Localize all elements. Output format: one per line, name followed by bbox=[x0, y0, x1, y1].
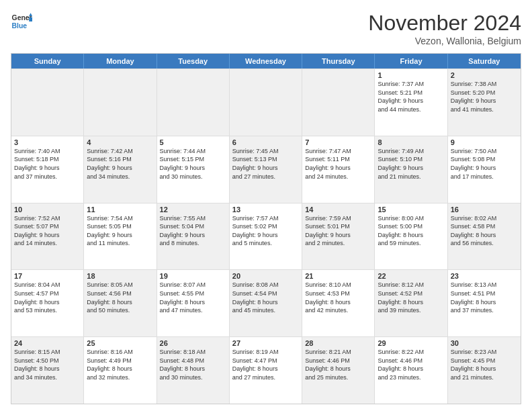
day-number: 18 bbox=[87, 272, 153, 280]
calendar-cell: 11Sunrise: 7:54 AM Sunset: 5:05 PM Dayli… bbox=[84, 203, 157, 270]
day-info: Sunrise: 8:21 AM Sunset: 4:46 PM Dayligh… bbox=[305, 348, 371, 381]
day-info: Sunrise: 8:16 AM Sunset: 4:49 PM Dayligh… bbox=[87, 348, 153, 381]
day-number: 6 bbox=[232, 138, 299, 146]
calendar-row: 10Sunrise: 7:52 AM Sunset: 5:07 PM Dayli… bbox=[11, 203, 521, 270]
calendar-cell: 13Sunrise: 7:57 AM Sunset: 5:02 PM Dayli… bbox=[230, 203, 302, 270]
weekday-header: Wednesday bbox=[230, 54, 302, 68]
calendar-cell: 5Sunrise: 7:44 AM Sunset: 5:15 PM Daylig… bbox=[157, 136, 230, 203]
calendar-cell bbox=[302, 69, 375, 136]
calendar-cell: 29Sunrise: 8:22 AM Sunset: 4:46 PM Dayli… bbox=[375, 337, 447, 404]
day-info: Sunrise: 7:50 AM Sunset: 5:08 PM Dayligh… bbox=[451, 147, 518, 181]
calendar-cell: 7Sunrise: 7:47 AM Sunset: 5:11 PM Daylig… bbox=[302, 136, 375, 203]
day-info: Sunrise: 8:12 AM Sunset: 4:52 PM Dayligh… bbox=[378, 281, 444, 314]
day-info: Sunrise: 8:07 AM Sunset: 4:55 PM Dayligh… bbox=[160, 281, 226, 314]
day-number: 20 bbox=[232, 272, 299, 280]
calendar-cell: 20Sunrise: 8:08 AM Sunset: 4:54 PM Dayli… bbox=[230, 270, 302, 336]
generalblue-icon: General Blue bbox=[11, 11, 32, 32]
day-info: Sunrise: 8:08 AM Sunset: 4:54 PM Dayligh… bbox=[232, 281, 299, 314]
top-area: General Blue November 2024 Vezon, Wallon… bbox=[11, 11, 521, 46]
calendar-cell: 3Sunrise: 7:40 AM Sunset: 5:18 PM Daylig… bbox=[11, 136, 84, 203]
day-number: 27 bbox=[232, 339, 299, 347]
weekday-header: Sunday bbox=[11, 54, 84, 68]
day-info: Sunrise: 8:19 AM Sunset: 4:47 PM Dayligh… bbox=[232, 348, 299, 381]
day-number: 5 bbox=[160, 138, 226, 146]
calendar-cell: 8Sunrise: 7:49 AM Sunset: 5:10 PM Daylig… bbox=[375, 136, 447, 203]
day-number: 14 bbox=[305, 205, 371, 214]
calendar-cell: 9Sunrise: 7:50 AM Sunset: 5:08 PM Daylig… bbox=[448, 136, 521, 203]
day-number: 11 bbox=[87, 205, 153, 214]
day-number: 1 bbox=[378, 71, 444, 79]
day-info: Sunrise: 8:22 AM Sunset: 4:46 PM Dayligh… bbox=[378, 348, 444, 381]
calendar-cell: 1Sunrise: 7:37 AM Sunset: 5:21 PM Daylig… bbox=[375, 69, 447, 136]
calendar-cell: 24Sunrise: 8:15 AM Sunset: 4:50 PM Dayli… bbox=[11, 337, 84, 404]
day-number: 15 bbox=[378, 205, 444, 214]
title-area: November 2024 Vezon, Wallonia, Belgium bbox=[368, 11, 521, 46]
day-number: 16 bbox=[451, 205, 518, 214]
calendar-cell: 6Sunrise: 7:45 AM Sunset: 5:13 PM Daylig… bbox=[230, 136, 302, 203]
calendar-cell: 30Sunrise: 8:23 AM Sunset: 4:45 PM Dayli… bbox=[448, 337, 521, 404]
day-number: 9 bbox=[451, 138, 518, 146]
day-number: 7 bbox=[305, 138, 371, 146]
calendar-cell: 27Sunrise: 8:19 AM Sunset: 4:47 PM Dayli… bbox=[230, 337, 302, 404]
calendar-cell bbox=[157, 69, 230, 136]
day-info: Sunrise: 7:37 AM Sunset: 5:21 PM Dayligh… bbox=[378, 80, 444, 113]
day-info: Sunrise: 8:05 AM Sunset: 4:56 PM Dayligh… bbox=[87, 281, 153, 314]
calendar-row: 1Sunrise: 7:37 AM Sunset: 5:21 PM Daylig… bbox=[11, 68, 521, 136]
day-info: Sunrise: 7:49 AM Sunset: 5:10 PM Dayligh… bbox=[378, 147, 444, 181]
calendar-body: 1Sunrise: 7:37 AM Sunset: 5:21 PM Daylig… bbox=[11, 68, 521, 404]
day-number: 24 bbox=[14, 339, 81, 347]
calendar-cell bbox=[11, 69, 84, 136]
day-info: Sunrise: 8:15 AM Sunset: 4:50 PM Dayligh… bbox=[14, 348, 81, 381]
day-number: 25 bbox=[87, 339, 153, 347]
day-info: Sunrise: 7:59 AM Sunset: 5:01 PM Dayligh… bbox=[305, 214, 371, 248]
day-info: Sunrise: 8:00 AM Sunset: 5:00 PM Dayligh… bbox=[378, 214, 444, 248]
weekday-header: Thursday bbox=[302, 54, 375, 68]
day-number: 21 bbox=[305, 272, 371, 280]
calendar-cell: 16Sunrise: 8:02 AM Sunset: 4:58 PM Dayli… bbox=[448, 203, 521, 270]
calendar-cell bbox=[230, 69, 302, 136]
calendar-cell: 25Sunrise: 8:16 AM Sunset: 4:49 PM Dayli… bbox=[84, 337, 157, 404]
month-title: November 2024 bbox=[368, 11, 521, 36]
calendar-header: SundayMondayTuesdayWednesdayThursdayFrid… bbox=[11, 54, 521, 68]
day-number: 12 bbox=[160, 205, 226, 214]
day-info: Sunrise: 8:18 AM Sunset: 4:48 PM Dayligh… bbox=[160, 348, 226, 381]
day-number: 28 bbox=[305, 339, 371, 347]
day-number: 8 bbox=[378, 138, 444, 146]
day-info: Sunrise: 7:45 AM Sunset: 5:13 PM Dayligh… bbox=[232, 147, 299, 181]
calendar-cell: 22Sunrise: 8:12 AM Sunset: 4:52 PM Dayli… bbox=[375, 270, 447, 336]
page: General Blue November 2024 Vezon, Wallon… bbox=[0, 0, 532, 411]
day-info: Sunrise: 8:10 AM Sunset: 4:53 PM Dayligh… bbox=[305, 281, 371, 314]
day-number: 29 bbox=[378, 339, 444, 347]
calendar-cell: 12Sunrise: 7:55 AM Sunset: 5:04 PM Dayli… bbox=[157, 203, 230, 270]
weekday-header: Friday bbox=[375, 54, 447, 68]
day-number: 10 bbox=[14, 205, 81, 214]
weekday-header: Saturday bbox=[448, 54, 521, 68]
day-number: 30 bbox=[451, 339, 518, 347]
calendar-cell: 14Sunrise: 7:59 AM Sunset: 5:01 PM Dayli… bbox=[302, 203, 375, 270]
day-number: 3 bbox=[14, 138, 81, 146]
weekday-header: Monday bbox=[84, 54, 157, 68]
day-number: 22 bbox=[378, 272, 444, 280]
calendar-cell: 23Sunrise: 8:13 AM Sunset: 4:51 PM Dayli… bbox=[448, 270, 521, 336]
day-number: 23 bbox=[451, 272, 518, 280]
calendar-cell bbox=[84, 69, 157, 136]
calendar-row: 3Sunrise: 7:40 AM Sunset: 5:18 PM Daylig… bbox=[11, 136, 521, 203]
calendar-cell: 10Sunrise: 7:52 AM Sunset: 5:07 PM Dayli… bbox=[11, 203, 84, 270]
day-info: Sunrise: 7:47 AM Sunset: 5:11 PM Dayligh… bbox=[305, 147, 371, 181]
day-number: 17 bbox=[14, 272, 81, 280]
logo: General Blue bbox=[11, 11, 32, 32]
calendar-cell: 21Sunrise: 8:10 AM Sunset: 4:53 PM Dayli… bbox=[302, 270, 375, 336]
day-info: Sunrise: 8:02 AM Sunset: 4:58 PM Dayligh… bbox=[451, 214, 518, 248]
day-info: Sunrise: 7:55 AM Sunset: 5:04 PM Dayligh… bbox=[160, 214, 226, 248]
calendar-cell: 2Sunrise: 7:38 AM Sunset: 5:20 PM Daylig… bbox=[448, 69, 521, 136]
day-info: Sunrise: 7:40 AM Sunset: 5:18 PM Dayligh… bbox=[14, 147, 81, 181]
svg-text:Blue: Blue bbox=[12, 22, 28, 30]
calendar-cell: 19Sunrise: 8:07 AM Sunset: 4:55 PM Dayli… bbox=[157, 270, 230, 336]
day-info: Sunrise: 7:44 AM Sunset: 5:15 PM Dayligh… bbox=[160, 147, 226, 181]
day-info: Sunrise: 8:23 AM Sunset: 4:45 PM Dayligh… bbox=[451, 348, 518, 381]
location: Vezon, Wallonia, Belgium bbox=[368, 36, 521, 46]
day-info: Sunrise: 8:13 AM Sunset: 4:51 PM Dayligh… bbox=[451, 281, 518, 314]
calendar-row: 17Sunrise: 8:04 AM Sunset: 4:57 PM Dayli… bbox=[11, 269, 521, 336]
calendar-cell: 18Sunrise: 8:05 AM Sunset: 4:56 PM Dayli… bbox=[84, 270, 157, 336]
day-info: Sunrise: 7:54 AM Sunset: 5:05 PM Dayligh… bbox=[87, 214, 153, 248]
